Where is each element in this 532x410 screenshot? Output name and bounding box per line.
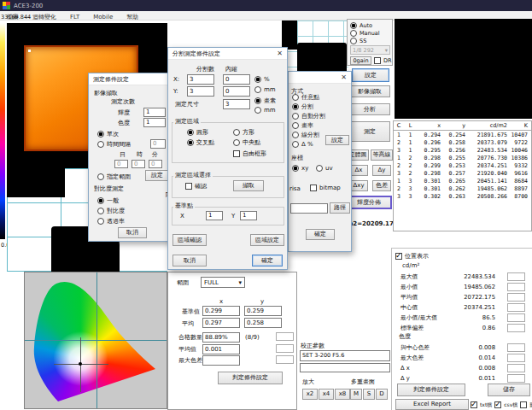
settings-button[interactable]: 設定 [352,68,389,82]
base-x-field[interactable]: 0.299 [202,306,240,316]
delta-xy-button[interactable]: Δxy [349,180,368,191]
confirm-checkbox[interactable]: 確認 [185,183,207,190]
method-option[interactable]: 分割 [292,103,313,110]
y-inset-field[interactable]: 0 [223,86,250,97]
interval-radio-dot[interactable] [97,141,104,148]
zoom-x4-button[interactable]: x4 [319,389,334,400]
confirm-box[interactable] [185,183,192,190]
avg-y-field[interactable]: 0.258 [244,318,282,328]
close-icon[interactable]: ✕ [338,73,349,82]
coord-uv-radio[interactable]: uv [316,165,333,172]
menu-item[interactable]: Mobile [86,12,120,20]
method-radio-dot[interactable] [292,113,299,120]
shutter-select[interactable]: 1/8 292 ▾ [350,45,390,55]
file-check-csv檔[interactable]: csv檔 [494,401,517,408]
lum-count-field[interactable]: 1 [143,108,166,117]
split-dialog-titlebar[interactable]: 分割測定條件設定 [168,48,287,60]
color-diff-button[interactable]: 色差 [372,180,391,191]
table-row[interactable]: 230.3010.26219485.0628897 [394,184,531,192]
save-button[interactable]: 儲存 [488,384,530,396]
unit-mm2-radio[interactable]: mm [254,107,276,114]
method-ok-button[interactable]: 確定 [306,229,335,240]
contour-button[interactable]: 等高線 [371,149,393,161]
method-option[interactable]: 任意點 [292,94,319,101]
ok-button[interactable]: 確定 [252,255,283,266]
range-judge-button[interactable]: 判定條件設定 [218,372,283,384]
method-radio-dot[interactable] [292,122,299,129]
method-radio-dot[interactable] [292,132,299,138]
base-y-field[interactable]: 0.259 [244,306,282,316]
unit-pixel-radio[interactable]: 畫素 [254,97,276,104]
path-field[interactable] [290,203,328,214]
center-radio-dot[interactable] [233,139,240,146]
circle-radio-dot[interactable] [187,129,194,136]
table-row[interactable]: 130.3010.26520451.1418684 [394,177,531,184]
table-row[interactable]: 310.2950.25622483.53410046 [394,146,531,154]
normal-radio-dot[interactable] [97,197,104,204]
contrast-radio-dot[interactable] [97,208,104,214]
avg-x-field[interactable]: 0.297 [202,318,240,328]
analyze-button[interactable]: 分析 [349,103,390,115]
free-frame-checkbox[interactable]: 自由框形 [233,150,266,157]
method-radio-dot[interactable] [292,103,299,110]
x-div-field[interactable]: 3 [187,74,214,85]
position-display-checkbox[interactable]: 位置表示 [395,253,429,260]
measure-button[interactable]: 測定 [349,121,390,142]
dr-checkbox-box[interactable] [374,57,381,64]
day-field[interactable]: 0 [114,160,128,168]
hour-field[interactable]: 0 [132,160,145,168]
coord-xy-radio[interactable]: xy [292,165,308,172]
cie-diagram-panel[interactable] [24,272,167,409]
method-option[interactable]: 自動分割 [292,113,325,120]
unit-mm-radio[interactable]: mm [254,86,276,93]
capture-button[interactable]: 影像擷取 [349,85,390,97]
multiscreen-s-button[interactable]: S [363,389,375,400]
normal-radio[interactable]: 一般 [97,197,119,204]
base-y-field[interactable]: 1 [240,211,257,220]
menu-item[interactable]: FLT [63,12,86,20]
cancel-button[interactable]: 取消 [172,255,207,266]
contrast-radio[interactable]: 對比度 [97,208,125,214]
exposure-radio-ss[interactable]: SS [350,37,380,44]
square-radio-dot[interactable] [233,129,240,136]
range-radio-dot[interactable] [97,173,104,180]
interval-radio[interactable]: 時間間隔 [97,141,131,148]
pixel-radio-dot[interactable] [254,97,261,104]
x-inset-field[interactable]: 0 [223,74,250,85]
method-option[interactable]: 畫率 [292,122,313,129]
luminance-dist-button[interactable]: 輝度分佈 [346,196,392,209]
table-row[interactable]: 330.3020.26320508.2668700 [394,192,531,200]
cond-set-button[interactable]: 設定 [145,170,169,181]
center-radio[interactable]: 中央點 [233,139,260,146]
condition-dialog-titlebar[interactable]: 測定條件設定 [89,73,171,85]
measure-table[interactable]: CLxycd/m2K110.2940.25421891.67510407210.… [393,120,532,231]
percent-radio-dot[interactable] [254,76,261,83]
exposure-radio-auto[interactable]: Auto [350,21,380,29]
judge-settings-button[interactable]: 判定條件設定 [397,384,465,396]
table-row[interactable]: 120.2980.25520776.73010386 [394,154,531,161]
table-row[interactable]: 210.2960.25820373.0799722 [394,138,531,146]
range-select[interactable]: FULL ▾ [201,277,245,288]
y-div-field[interactable]: 3 [187,86,214,97]
square-radio[interactable]: 方形 [233,129,254,136]
method-radio-dot[interactable] [292,141,299,148]
area-confirm-button[interactable]: 區域確認 [172,234,207,246]
cross-radio[interactable]: 交叉點 [187,139,214,146]
close-icon[interactable]: ✕ [274,49,285,58]
circle-radio[interactable]: 圓形 [187,129,208,136]
delta-x-button[interactable]: Δx [349,165,368,176]
single-radio-dot[interactable] [97,131,104,138]
path-button[interactable]: 路徑 [330,202,350,214]
multiscreen-d-button[interactable]: D [376,389,388,400]
bitmap-box[interactable] [310,184,317,191]
calib-value2-field[interactable] [300,363,390,372]
method-set-button[interactable]: 設定 [325,135,349,145]
dr-checkbox[interactable]: DR [374,57,392,64]
method-option[interactable]: 線分割 [292,132,319,138]
position-display-box[interactable] [395,253,402,260]
trans-radio-dot[interactable] [97,218,104,225]
file-check-box[interactable] [520,401,527,408]
interval-field[interactable]: 0 [150,139,166,149]
cross-radio-dot[interactable] [187,139,194,146]
method-radio-dot[interactable] [292,94,299,101]
